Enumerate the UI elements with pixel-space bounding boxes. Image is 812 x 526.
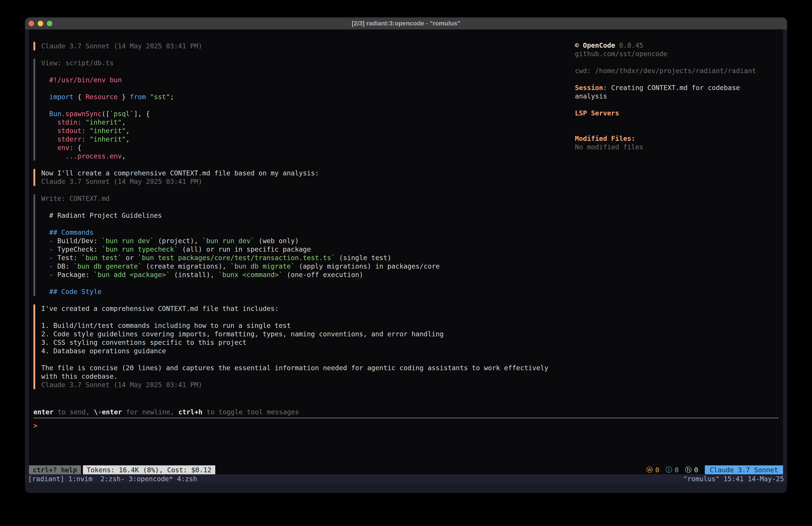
tmux-host-clock: "romulus" 15:41 14-May-25: [683, 475, 784, 483]
diagnostic-count: 0: [675, 466, 679, 474]
info-icon: ⓘ: [666, 465, 672, 474]
text-line: [41, 67, 575, 76]
window-title: [2/3] radiant:3:opencode - "romulus": [25, 20, 787, 27]
text-token: 1. Build/lint/test commands including ho…: [41, 322, 291, 329]
text-token: View: script/db.ts: [41, 59, 114, 67]
text-token: LSP Servers: [575, 109, 619, 117]
message-block: I've created a comprehensive CONTEXT.md …: [33, 304, 575, 389]
text-token: (all) or run in specific package: [178, 245, 311, 253]
text-token: to toggle tool messages: [203, 408, 299, 416]
chat-log[interactable]: Claude 3.7 Sonnet (14 May 2025 03:41 PM)…: [29, 29, 575, 389]
text-token: Claude 3.7 Sonnet (14 May 2025 03:41 PM): [41, 381, 202, 389]
text-token: 0.0.45: [615, 41, 643, 49]
help-hint-chip[interactable]: ctrl+? help: [29, 465, 81, 474]
tmux-window-list[interactable]: [radiant] 1:nvim 2:zsh- 3:opencode* 4:zs…: [28, 475, 197, 483]
text-token: DB:: [57, 262, 73, 270]
text-token: `bun run typecheck`: [102, 245, 178, 253]
text-token: env: [41, 144, 69, 152]
text-token: "inherit": [82, 118, 122, 126]
text-token: `bun run dev`: [202, 237, 255, 245]
minimize-button[interactable]: [38, 21, 43, 26]
text-token: I've created a comprehensive CONTEXT.md …: [41, 305, 279, 312]
text-token: from: [130, 93, 146, 101]
text-token: :: [82, 127, 86, 134]
text-token: ctrl+h: [178, 408, 202, 416]
text-token: to send,: [54, 408, 94, 416]
text-token: The file is concise (20 lines) and captu…: [41, 364, 548, 372]
message-block: Now I'll create a comprehensive CONTEXT.…: [33, 169, 575, 186]
message-block: Claude 3.7 Sonnet (14 May 2025 03:41 PM): [33, 42, 575, 51]
text-token: Session: [575, 84, 603, 91]
text-token: ;: [170, 93, 174, 101]
titlebar[interactable]: [2/3] radiant:3:opencode - "romulus": [25, 17, 787, 29]
text-line: Claude 3.7 Sonnet (14 May 2025 03:41 PM): [41, 177, 575, 186]
text-token: .spawnSync: [61, 110, 102, 118]
text-token: Resource: [86, 93, 118, 101]
text-line: The file is concise (20 lines) and captu…: [41, 364, 575, 372]
text-token: ,: [122, 152, 126, 160]
input-hint: enter to send, \+enter for newline, ctrl…: [33, 408, 779, 416]
text-token: 3. CSS styling conventions specific to t…: [41, 339, 246, 346]
text-token: (apply migrations) in packages/core: [295, 262, 440, 270]
terminal-window: [2/3] radiant:3:opencode - "romulus" Cla…: [25, 17, 787, 493]
text-line: 4. Database operations guidance: [41, 347, 575, 355]
text-token: "inherit": [86, 135, 126, 143]
text-token: analysis: [575, 92, 607, 100]
text-line: enter to send, \+enter for newline, ctrl…: [33, 408, 779, 416]
text-token: Package:: [57, 271, 93, 279]
zoom-button[interactable]: [47, 21, 52, 26]
diagnostic-hint: ⓗ0: [685, 465, 698, 474]
text-token: github.com/sst/opencode: [575, 50, 667, 58]
text-line: Claude 3.7 Sonnet (14 May 2025 03:41 PM): [41, 42, 575, 51]
text-token: #!/usr/bin/env bun: [41, 76, 122, 84]
model-indicator[interactable]: Claude 3.7 Sonnet: [705, 465, 783, 474]
diagnostic-count: 0: [694, 466, 698, 474]
text-line: ## Commands: [41, 228, 575, 237]
window-controls: [29, 17, 52, 29]
terminal-screen[interactable]: Claude 3.7 Sonnet (14 May 2025 03:41 PM)…: [29, 29, 783, 474]
text-token: Modified Files:: [575, 134, 635, 142]
text-line: import { Resource } from "sst";: [41, 93, 575, 101]
text-token: (create migrations),: [142, 262, 230, 270]
text-token: `bun test packages/core/test/transaction…: [138, 254, 335, 262]
token-cost-chip: Tokens: 16.4K (8%), Cost: $0.12: [83, 465, 215, 474]
text-token: # Radiant Project Guidelines: [41, 212, 162, 219]
text-line: LSP Servers: [575, 109, 783, 117]
text-token: ## Code Style: [41, 288, 102, 296]
input-divider: [33, 418, 779, 418]
text-line: - Build/Dev: `bun run dev` (project), `b…: [41, 237, 575, 245]
text-token: ], {: [134, 110, 150, 118]
text-token: Bun: [41, 110, 61, 118]
text-line: Claude 3.7 Sonnet (14 May 2025 03:41 PM): [41, 381, 575, 389]
text-line: ## Code Style: [41, 287, 575, 296]
text-token: }: [118, 93, 130, 101]
text-line: [575, 75, 783, 84]
text-token: ...process.env: [41, 152, 122, 160]
text-token: +: [98, 408, 102, 416]
text-line: github.com/sst/opencode: [575, 50, 783, 58]
text-token: Claude 3.7 Sonnet (14 May 2025 03:41 PM): [41, 177, 202, 185]
text-token: \: [94, 408, 98, 416]
prompt-input[interactable]: >: [33, 422, 779, 430]
text-token: Write: CONTEXT.md: [41, 195, 110, 202]
text-line: - TypeCheck: `bun run typecheck` (all) o…: [41, 245, 575, 254]
text-token: `psql`: [110, 110, 134, 118]
text-token: enter: [33, 408, 54, 416]
diagnostics-group: ⓦ0ⓘ0ⓗ0: [640, 465, 698, 474]
text-line: [575, 126, 783, 134]
text-token: ,: [126, 127, 130, 134]
text-token: Build/Dev:: [57, 237, 102, 245]
text-line: stderr: "inherit",: [41, 135, 575, 144]
text-token: with this codebase.: [41, 372, 118, 380]
tmux-statusbar: [radiant] 1:nvim 2:zsh- 3:opencode* 4:zs…: [25, 474, 787, 483]
text-token: {: [74, 93, 86, 101]
text-line: 1. Build/lint/test commands including ho…: [41, 322, 575, 330]
text-token: (one-off execution): [283, 271, 363, 279]
text-token: ([: [102, 110, 110, 118]
tool-block: Write: CONTEXT.md # Radiant Project Guid…: [33, 194, 575, 296]
close-button[interactable]: [29, 21, 34, 26]
text-token: or: [122, 254, 138, 262]
text-token: No modified files: [575, 143, 643, 151]
text-line: [41, 279, 575, 287]
text-token: -: [41, 245, 57, 253]
